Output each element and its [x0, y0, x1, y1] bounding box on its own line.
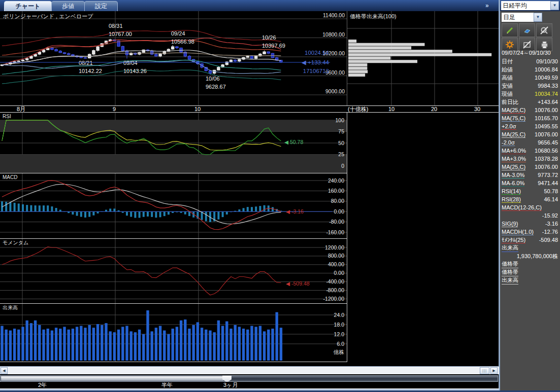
quote-row[interactable]: MA(75,C)10165.70: [500, 114, 560, 122]
macd-histogram-bar: [226, 211, 228, 215]
volume-bar: [163, 331, 166, 361]
timespan-label[interactable]: 2年: [38, 382, 47, 388]
main-chart-canvas: ボリンジャーバンド , エンベロープ11400.0010800.0010200.…: [0, 11, 347, 105]
tab-settings[interactable]: 設定: [84, 1, 118, 12]
period-select[interactable]: 日足 ▼: [502, 13, 542, 22]
quote-row[interactable]: ﾓﾒﾝﾀﾑ(25)-509.48: [500, 236, 560, 244]
candle-down: [188, 56, 190, 59]
quote-row-label: MA+3.0%: [502, 156, 526, 162]
candle-down: [155, 54, 157, 56]
timespan-slider[interactable]: [0, 375, 498, 382]
settings-gear-icon: [505, 40, 514, 49]
quote-row[interactable]: MA+3.0%10378.28: [500, 155, 560, 163]
quote-row-value: 9773.72: [538, 172, 558, 178]
timespan-label[interactable]: 半年: [161, 382, 173, 388]
volume-bar: [176, 327, 178, 361]
momentum-canvas: 1200.00800.00400.000.00-400.00-800.00-12…: [0, 239, 347, 303]
price-annotation-date: 09/04: [123, 60, 138, 66]
axis-tick: 0.00: [334, 208, 345, 215]
quote-row[interactable]: MACD(12-26,C): [500, 203, 560, 211]
macd-histogram-bar: [35, 205, 37, 211]
quote-row[interactable]: MA+6.0%10680.56: [500, 147, 560, 155]
candle-down: [72, 55, 74, 56]
macd-histogram-bar: [243, 208, 245, 211]
axis-tick: 0: [341, 163, 344, 169]
quote-row[interactable]: 価格帯: [500, 268, 560, 276]
volume-bar: [134, 332, 137, 361]
quote-row[interactable]: 出来高: [500, 276, 560, 284]
current-price-label: 10024.54: [305, 50, 330, 56]
price-annotation-value: 10143.26: [123, 68, 147, 74]
scroll-right-button[interactable]: ▶: [490, 367, 498, 374]
quote-row-value: -12.76: [542, 229, 558, 235]
quote-row[interactable]: SIG(9)-3.16: [500, 220, 560, 228]
quote-rows: 日付09/10/30始値10006.84高値10049.59安値9984.33現…: [500, 57, 560, 284]
draw-pencil-button[interactable]: [502, 23, 518, 37]
macd-histogram-bar: [143, 211, 145, 217]
volume-bar: [13, 329, 16, 361]
volume-bar: [5, 330, 8, 361]
price-axis-tick: 9000.00: [325, 88, 345, 94]
eraser-button[interactable]: [519, 23, 535, 37]
macd-histogram-bar: [105, 210, 107, 212]
quote-row[interactable]: RSI(28)46.14: [500, 195, 560, 203]
candle-down: [63, 53, 65, 54]
pbv-title: 価格帯出来高(100): [350, 13, 397, 19]
scroll-left-button[interactable]: ◀: [1, 367, 8, 374]
macd-histogram-bar: [263, 205, 266, 211]
volume-bar: [255, 327, 257, 361]
quote-row[interactable]: 出来高: [500, 244, 560, 252]
quote-row[interactable]: MA-6.0%9471.44: [500, 179, 560, 187]
volume-bar: [55, 328, 57, 361]
scrollbar-thumb[interactable]: |||: [480, 367, 489, 374]
main-price-chart[interactable]: ボリンジャーバンド , エンベロープ11400.0010800.0010200.…: [0, 11, 347, 105]
tab-ticks[interactable]: 歩値: [51, 1, 85, 12]
volume-bar: [34, 320, 37, 361]
axis-tick: -1200.00: [323, 296, 345, 302]
chevron-down-icon[interactable]: ▼: [550, 1, 559, 10]
slider-fill: [1, 376, 223, 381]
quote-row[interactable]: MA-3.0%9773.72: [500, 171, 560, 179]
axis-tick: 400.00: [328, 261, 344, 267]
macd-histogram-bar: [155, 211, 157, 218]
quote-row-label: SIG(9): [502, 221, 518, 227]
zoom-disabled-button[interactable]: [536, 23, 552, 37]
quote-row[interactable]: 価格帯: [500, 260, 560, 268]
candle-up: [217, 67, 220, 70]
quote-row[interactable]: MA(25,C)10076.00: [500, 106, 560, 114]
macd-histogram-bar: [72, 211, 74, 215]
quote-row[interactable]: -2.0σ9656.45: [500, 138, 560, 147]
volume-bar: [276, 312, 278, 361]
price-annotation-date: 08/31: [109, 23, 123, 29]
tab-overflow-icon[interactable]: »: [485, 2, 488, 9]
volume-bar: [9, 331, 12, 361]
volume-bar: [96, 324, 99, 361]
quote-row[interactable]: MACDH(1.0)-12.76: [500, 228, 560, 236]
volume-bar: [180, 320, 182, 361]
volume-bar: [184, 319, 186, 361]
chevron-down-icon[interactable]: ▼: [534, 13, 542, 22]
tab-chart[interactable]: チャート: [4, 1, 52, 12]
momentum-line: [2, 247, 281, 295]
quote-row[interactable]: MA(25,C)10076.00: [500, 130, 560, 138]
panel-label: 出来高: [3, 305, 18, 310]
axis-tick: 100: [335, 117, 344, 123]
candle-down: [234, 60, 237, 61]
pbv-bar: [348, 40, 356, 43]
quote-row-value: 10076.00: [535, 131, 558, 137]
horizontal-scrollbar[interactable]: ◀ ||| ▶: [0, 366, 499, 374]
quote-row[interactable]: +2.0σ10495.55: [500, 122, 560, 130]
timespan-label[interactable]: 3ヶ月: [223, 382, 238, 388]
axis-tick: 25: [338, 151, 344, 157]
pbv-axis-tick: 10: [388, 106, 394, 112]
quote-row[interactable]: MA(25,C)10076.00: [500, 163, 560, 171]
macd-histogram-bar: [151, 211, 153, 217]
quote-row-label: MACDH(1.0): [502, 229, 534, 235]
visible-date-range: 09/07/24～09/10/30: [500, 49, 560, 57]
quote-row[interactable]: RSI(14)50.78: [500, 187, 560, 195]
quote-row-value: 10006.84: [535, 66, 558, 73]
symbol-select[interactable]: 日経平均 ▼: [501, 1, 559, 10]
volume-bar: [1, 326, 3, 361]
price-annotation-date: 08/21: [79, 60, 93, 66]
pbv-bar: [348, 74, 365, 77]
